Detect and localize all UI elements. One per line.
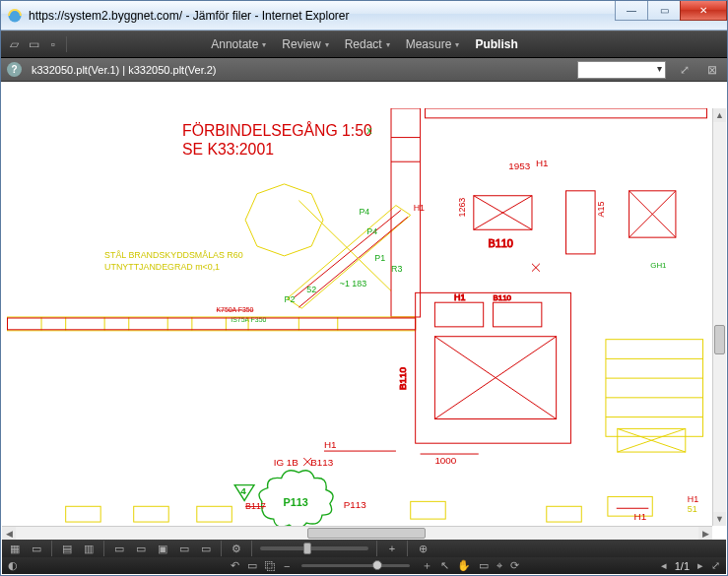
yellow-note-2: UTNYTTJANDEGRAD m<0,1 [104, 262, 220, 272]
svg-text:H1: H1 [414, 203, 425, 213]
opacity-slider[interactable] [260, 546, 368, 550]
cursor-icon[interactable]: ↖ [440, 559, 449, 572]
yellow-note-1: STÅL BRANDSKYDDSMÅLAS R60 [104, 250, 243, 260]
svg-text:H1: H1 [536, 158, 549, 168]
zoom-out-icon[interactable]: − [284, 560, 290, 572]
scroll-down-icon[interactable]: ▼ [713, 512, 726, 526]
view-d-icon[interactable]: ▭ [177, 542, 191, 555]
svg-text:GH1: GH1 [650, 261, 666, 270]
copy-icon[interactable]: ⿻ [265, 560, 276, 572]
svg-text:H1: H1 [454, 292, 465, 302]
status-bar: ◐ ↶ ▭ ⿻ − ＋ ↖ ✋ ▭ ⌖ ⟳ ◂ 1/1 ▸ ⤢ [2, 557, 726, 574]
minimize-button[interactable]: — [615, 1, 648, 21]
window-page-title: Jämför filer [193, 9, 251, 23]
menu-redact[interactable]: Redact▾ [339, 34, 396, 54]
main-toolbar: ▱ ▭ ▫ Annotate▾ Review▾ Redact▾ Measure▾… [1, 31, 727, 58]
svg-rect-71 [66, 506, 100, 522]
window-buttons: — ▭ ✕ [615, 1, 727, 30]
drawing-title-1: FÖRBINDELSEGÅNG 1:50 [182, 121, 372, 139]
zoom-slider[interactable] [301, 564, 410, 567]
hscroll-thumb[interactable] [307, 528, 426, 539]
scroll-left-icon[interactable]: ◀ [2, 527, 16, 540]
horizontal-scrollbar[interactable]: ◀ ▶ [2, 526, 712, 540]
svg-rect-73 [197, 506, 232, 522]
svg-rect-47 [434, 302, 483, 327]
titlebar: https://system2.byggnet.com/ - Jämför fi… [1, 1, 727, 31]
close-icon: ✕ [699, 5, 707, 16]
view-a-icon[interactable]: ▭ [112, 542, 126, 555]
svg-text:IG 1B: IG 1B [274, 457, 299, 468]
svg-text:4: 4 [240, 485, 246, 496]
undo-icon[interactable]: ↶ [231, 559, 239, 572]
marquee-icon[interactable]: ▭ [479, 559, 489, 572]
drawing-viewport[interactable]: FÖRBINDELSEGÅNG 1:50 SE K33:2001 x STÅL … [2, 108, 712, 526]
expand-icon[interactable]: ⤢ [676, 63, 694, 77]
svg-text:52: 52 [306, 285, 316, 294]
view-toolbar: ▦ ▭ ▤ ▥ ▭ ▭ ▣ ▭ ▭ ⚙ + ⊕ [2, 540, 726, 557]
page-indicator: 1/1 [675, 560, 690, 572]
rotate-icon[interactable]: ⟳ [510, 559, 519, 572]
settings-icon[interactable]: ⚙ [230, 542, 243, 555]
svg-text:P2: P2 [285, 294, 296, 304]
scroll-right-icon[interactable]: ▶ [698, 527, 712, 540]
view-e-icon[interactable]: ▭ [199, 542, 213, 555]
layout-1-icon[interactable]: ▤ [60, 542, 74, 555]
yellow-wall-strip [8, 317, 416, 331]
view-c-icon[interactable]: ▣ [156, 542, 169, 555]
zoom-knob[interactable] [372, 560, 382, 570]
maximize-button[interactable]: ▭ [647, 1, 681, 21]
svg-text:P1: P1 [374, 253, 385, 263]
hand-icon[interactable]: ✋ [457, 559, 471, 572]
minimize-icon: — [627, 5, 636, 16]
scroll-up-icon[interactable]: ▲ [713, 108, 726, 122]
save-icon[interactable]: ▫ [46, 37, 60, 51]
svg-text:K750A F350: K750A F350 [217, 306, 254, 313]
layout-2-icon[interactable]: ▥ [82, 542, 96, 555]
chevron-down-icon: ▾ [386, 40, 390, 49]
drawing-title-2: SE K33:2001 [182, 141, 274, 158]
menu-annotate[interactable]: Annotate▾ [205, 34, 272, 54]
target-icon[interactable]: ⊕ [416, 542, 430, 555]
svg-rect-48 [494, 302, 542, 327]
next-page-icon[interactable]: ▸ [697, 559, 703, 572]
menu-measure[interactable]: Measure▾ [400, 34, 466, 54]
window-url: https://system2.byggnet.com/ [29, 9, 182, 23]
svg-rect-72 [134, 506, 168, 522]
file-tab-bar: ? k332050.plt(Ver.1) | k332050.plt(Ver.2… [1, 58, 727, 82]
tab-close-icon[interactable]: ⊠ [703, 63, 721, 77]
svg-text:B113: B113 [310, 457, 334, 468]
svg-text:1000: 1000 [434, 455, 456, 466]
slider-knob[interactable] [303, 543, 311, 554]
vscroll-thumb[interactable] [714, 325, 725, 354]
chevron-down-icon: ▾ [262, 40, 266, 49]
walls-right: B110 [391, 108, 706, 317]
svg-rect-17 [426, 108, 707, 118]
chevron-down-icon: ▾ [325, 40, 329, 49]
file-compare-label: k332050.plt(Ver.1) | k332050.plt(Ver.2) [32, 64, 217, 76]
thumbnails-icon[interactable]: ▦ [8, 542, 22, 555]
svg-text:P113: P113 [344, 499, 367, 510]
fullscreen-icon[interactable]: ⤢ [711, 559, 720, 572]
view-selector[interactable] [577, 61, 666, 79]
prev-page-icon[interactable]: ◂ [661, 559, 667, 572]
snapshot-icon[interactable]: ⌖ [496, 559, 502, 572]
new-file-icon[interactable]: ▱ [7, 37, 21, 51]
svg-text:B110: B110 [397, 366, 408, 390]
open-file-icon[interactable]: ▭ [27, 37, 40, 51]
status-dot-icon: ◐ [8, 559, 18, 572]
svg-text:B110: B110 [494, 293, 512, 302]
svg-text:A15: A15 [596, 202, 606, 218]
menu-review[interactable]: Review▾ [276, 34, 334, 54]
menu-publish[interactable]: Publish [469, 34, 523, 54]
pages-icon[interactable]: ▭ [30, 542, 43, 555]
vertical-scrollbar[interactable]: ▲ ▼ [712, 108, 726, 526]
help-icon[interactable]: ? [7, 62, 22, 77]
page-icon[interactable]: ▭ [247, 559, 257, 572]
close-button[interactable]: ✕ [680, 1, 727, 21]
app-window: https://system2.byggnet.com/ - Jämför fi… [0, 0, 728, 576]
view-b-icon[interactable]: ▭ [134, 542, 148, 555]
svg-rect-75 [547, 506, 581, 522]
separator [66, 36, 67, 52]
zoom-in-icon[interactable]: ＋ [422, 558, 432, 573]
add-icon[interactable]: + [385, 542, 399, 555]
